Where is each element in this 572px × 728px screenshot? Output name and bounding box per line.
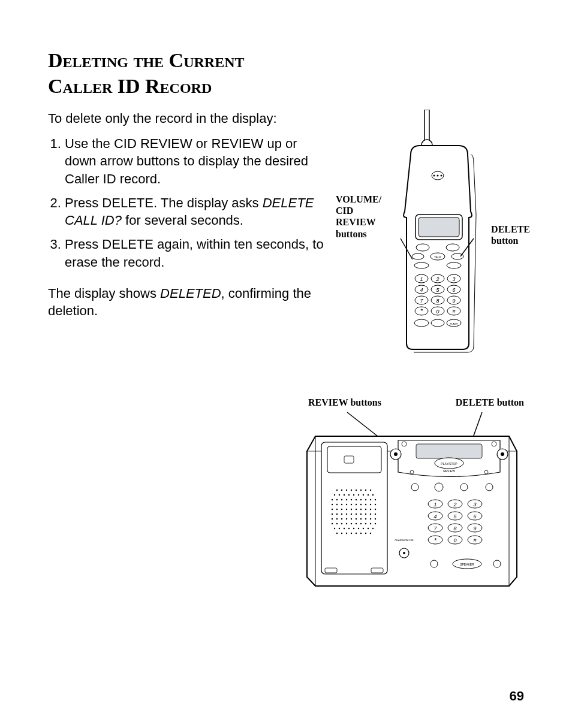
svg-point-9 [446,244,459,251]
svg-point-121 [375,518,376,519]
svg-point-141 [336,533,338,534]
svg-rect-149 [416,444,482,458]
svg-point-118 [360,518,362,519]
svg-point-144 [351,533,352,534]
svg-point-76 [351,499,352,500]
svg-point-137 [358,528,359,529]
svg-point-103 [336,513,338,515]
svg-point-62 [370,490,371,491]
svg-point-146 [360,533,362,534]
svg-point-14 [414,262,429,268]
svg-point-105 [346,513,347,515]
svg-point-4 [437,175,439,177]
step-2: Press DELETE. The display asks DELETE CA… [65,194,324,229]
svg-text:2: 2 [435,276,439,282]
svg-point-116 [351,518,352,519]
svg-point-79 [365,499,366,500]
svg-rect-196 [325,568,337,573]
svg-text:6: 6 [473,513,476,519]
svg-text:FLASH: FLASH [450,322,458,325]
svg-point-150 [402,442,407,446]
svg-point-129 [365,523,366,524]
svg-point-86 [351,504,352,505]
svg-point-163 [460,484,468,491]
svg-point-40 [414,319,429,327]
svg-point-135 [348,528,350,529]
svg-point-15 [447,262,461,268]
svg-point-142 [341,533,342,534]
step-3: Press DELETE again, within ten seconds, … [65,235,324,271]
svg-point-151 [492,442,496,446]
svg-rect-53 [327,446,381,473]
svg-point-83 [336,504,338,505]
svg-point-64 [339,494,340,496]
svg-point-80 [370,499,371,500]
svg-text:CHARGE/IN USE: CHARGE/IN USE [395,539,414,542]
svg-point-104 [341,513,342,515]
svg-point-143 [346,533,347,534]
svg-text:4: 4 [433,513,436,519]
svg-text:1: 1 [420,276,423,282]
svg-point-125 [346,523,347,524]
svg-rect-197 [371,568,383,573]
svg-point-3 [433,175,435,177]
handset-left-l2: CID [336,206,353,216]
svg-point-93 [336,509,338,510]
steps-list: Use the CID REVIEW or REVIEW up or down … [48,135,324,271]
svg-point-92 [332,509,333,510]
svg-point-100 [370,509,371,510]
svg-point-136 [353,528,354,529]
svg-point-114 [341,518,342,519]
step-1: Use the CID REVIEW or REVIEW up or down … [65,135,324,188]
svg-point-138 [363,528,364,529]
svg-point-128 [360,523,362,524]
svg-point-132 [334,528,335,529]
svg-point-109 [365,513,366,515]
svg-point-155 [501,452,504,456]
svg-point-134 [344,528,345,529]
svg-point-55 [336,490,338,491]
heading-line1: Deleting the Current [48,49,245,71]
svg-point-122 [332,523,333,524]
svg-point-97 [356,509,357,510]
svg-rect-54 [344,456,354,463]
svg-point-71 [372,494,374,496]
svg-point-57 [346,490,347,491]
svg-point-61 [365,490,366,491]
svg-point-58 [351,490,352,491]
svg-point-81 [375,499,376,500]
svg-text:TALK: TALK [434,255,442,259]
closing-prefix: The display shows [48,286,160,301]
svg-point-107 [356,513,357,515]
svg-point-113 [336,518,338,519]
svg-point-87 [356,504,357,505]
svg-point-124 [341,523,342,524]
base-diagram: REVIEW buttons DELETE button [302,397,524,601]
svg-point-111 [375,513,376,515]
svg-point-91 [375,504,376,505]
svg-point-74 [341,499,342,500]
svg-text:8: 8 [436,298,439,304]
svg-point-5 [441,175,442,177]
svg-point-56 [341,490,342,491]
svg-point-88 [360,504,362,505]
svg-point-95 [346,509,347,510]
svg-point-70 [368,494,369,496]
svg-point-148 [370,533,371,534]
svg-point-130 [370,523,371,524]
svg-text:6: 6 [452,287,455,293]
svg-point-194 [493,560,501,567]
svg-point-41 [431,319,444,327]
svg-text:0: 0 [453,537,456,543]
svg-point-162 [435,483,443,491]
svg-point-67 [353,494,354,496]
svg-point-82 [332,504,333,505]
svg-point-75 [346,499,347,500]
svg-point-115 [346,518,347,519]
svg-text:4: 4 [420,287,423,293]
svg-point-96 [351,509,352,510]
handset-diagram: VOLUME/ CID REVIEW buttons DELETE button [336,110,524,361]
svg-point-106 [351,513,352,515]
svg-point-153 [394,452,398,456]
svg-point-120 [370,518,371,519]
